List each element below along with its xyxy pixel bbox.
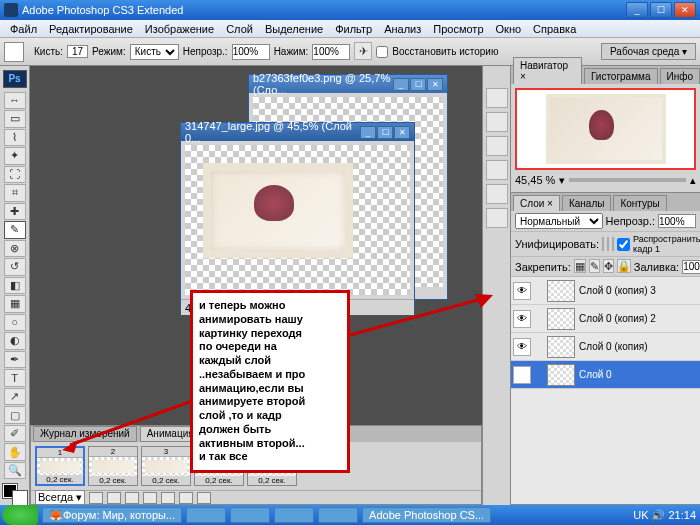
stamp-tool[interactable]: ⊗ [4,240,26,258]
next-frame-button[interactable] [143,492,157,504]
blend-mode-select[interactable]: Нормальный [515,213,603,229]
doc-close[interactable]: ✕ [394,126,410,139]
fill-input[interactable] [682,260,700,274]
tab-layers[interactable]: Слои × [513,195,560,211]
tab-channels[interactable]: Каналы [562,195,612,211]
tool-preset-picker[interactable] [4,42,24,62]
tween-button[interactable] [161,492,175,504]
zoom-tool[interactable]: 🔍 [4,462,26,480]
color-swatches[interactable] [3,484,27,505]
eyedropper-tool[interactable]: ✐ [4,425,26,443]
lasso-tool[interactable]: ⌇ [4,129,26,147]
taskbar-item[interactable] [230,507,270,523]
document-canvas[interactable] [185,145,410,295]
layer-row[interactable]: 👁 Слой 0 (копия) 3 [511,277,700,305]
doc-close[interactable]: ✕ [427,78,443,91]
path-tool[interactable]: ↗ [4,388,26,406]
close-button[interactable]: ✕ [674,2,696,18]
tab-navigator[interactable]: Навигатор × [513,57,582,84]
dock-icon[interactable] [486,184,508,204]
tab-histogram[interactable]: Гистограмма [584,68,658,84]
lock-all-icon[interactable]: 🔒 [617,259,631,273]
zoom-slider[interactable] [569,178,686,182]
visibility-icon[interactable]: 👁 [513,338,531,356]
layer-name[interactable]: Слой 0 [579,369,612,380]
taskbar-item[interactable] [186,507,226,523]
dock-icon[interactable] [486,160,508,180]
layer-thumbnail[interactable] [547,364,575,386]
layer-thumbnail[interactable] [547,280,575,302]
unify-icon[interactable] [612,237,614,251]
heal-tool[interactable]: ✚ [4,203,26,221]
dodge-tool[interactable]: ◐ [4,332,26,350]
brush-size[interactable]: 17 [67,45,88,58]
document-titlebar[interactable]: 314747_large.jpg @ 45,5% (Слой 0... _☐✕ [181,123,414,141]
document-window-front[interactable]: 314747_large.jpg @ 45,5% (Слой 0... _☐✕ … [180,122,415,312]
doc-min[interactable]: _ [393,78,409,91]
tray-icon[interactable]: 🔊 [651,509,665,522]
animation-frame[interactable]: 20,2 сек. [88,446,138,486]
zoom-in-icon[interactable]: ▴ [690,174,696,187]
marquee-tool[interactable]: ▭ [4,110,26,128]
gradient-tool[interactable]: ▦ [4,295,26,313]
unify-icon[interactable] [607,237,609,251]
unify-icon[interactable] [602,237,604,251]
tray-clock[interactable]: 21:14 [668,509,696,521]
menu-filter[interactable]: Фильтр [329,23,378,35]
minimize-button[interactable]: _ [626,2,648,18]
workspace-switcher[interactable]: Рабочая среда ▾ [601,43,696,60]
slice-tool[interactable]: ⌗ [4,184,26,202]
taskbar-item[interactable]: 🦊 Форум: Мир, которы... [42,507,182,523]
taskbar-item[interactable]: Adobe Photoshop CS... [362,507,491,523]
visibility-icon[interactable]: 👁 [513,310,531,328]
pen-tool[interactable]: ✒ [4,351,26,369]
hand-tool[interactable]: ✋ [4,443,26,461]
mode-select[interactable]: Кисть [130,44,179,60]
animation-frame[interactable]: 30,2 сек. [141,446,191,486]
layer-name[interactable]: Слой 0 (копия) 3 [579,285,656,296]
dock-icon[interactable] [486,208,508,228]
lock-pos-icon[interactable]: ✥ [603,259,614,273]
menu-edit[interactable]: Редактирование [43,23,139,35]
tab-paths[interactable]: Контуры [613,195,666,211]
loop-select[interactable]: Всегда ▾ [35,490,85,505]
layer-name[interactable]: Слой 0 (копия) 2 [579,313,656,324]
lock-pixel-icon[interactable]: ✎ [589,259,600,273]
tray-lang[interactable]: UK [633,509,648,521]
navigator-thumbnail[interactable] [515,88,696,170]
layer-thumbnail[interactable] [547,308,575,330]
menu-image[interactable]: Изображение [139,23,220,35]
history-brush-tool[interactable]: ↺ [4,258,26,276]
doc-min[interactable]: _ [360,126,376,139]
document-titlebar[interactable]: b27363fef0e3.png @ 25,7% (Сло... _☐✕ [249,75,447,93]
dock-icon[interactable] [486,136,508,156]
taskbar-item[interactable] [274,507,314,523]
lock-trans-icon[interactable]: ▦ [574,259,586,273]
move-tool[interactable]: ↔ [4,92,26,110]
doc-max[interactable]: ☐ [377,126,393,139]
tab-info[interactable]: Инфо [660,68,701,84]
layer-row[interactable]: 👁 Слой 0 [511,361,700,389]
menu-view[interactable]: Просмотр [427,23,489,35]
menu-file[interactable]: Файл [4,23,43,35]
maximize-button[interactable]: ☐ [650,2,672,18]
menu-help[interactable]: Справка [527,23,582,35]
doc-max[interactable]: ☐ [410,78,426,91]
first-frame-button[interactable] [89,492,103,504]
background-color[interactable] [13,491,27,505]
start-button[interactable] [2,505,38,525]
flow-input[interactable] [312,44,350,60]
prev-frame-button[interactable] [107,492,121,504]
layer-opacity-input[interactable] [658,214,696,228]
dock-icon[interactable] [486,88,508,108]
opacity-input[interactable] [232,44,270,60]
animation-frame[interactable]: 10,2 сек. [35,446,85,486]
propagate-checkbox[interactable] [617,238,630,251]
play-button[interactable] [125,492,139,504]
history-checkbox[interactable] [376,46,388,58]
menu-layer[interactable]: Слой [220,23,259,35]
eraser-tool[interactable]: ◧ [4,277,26,295]
tab-measurements[interactable]: Журнал измерений [33,426,137,442]
shape-tool[interactable]: ▢ [4,406,26,424]
nav-zoom[interactable]: 45,45 % [515,174,555,186]
